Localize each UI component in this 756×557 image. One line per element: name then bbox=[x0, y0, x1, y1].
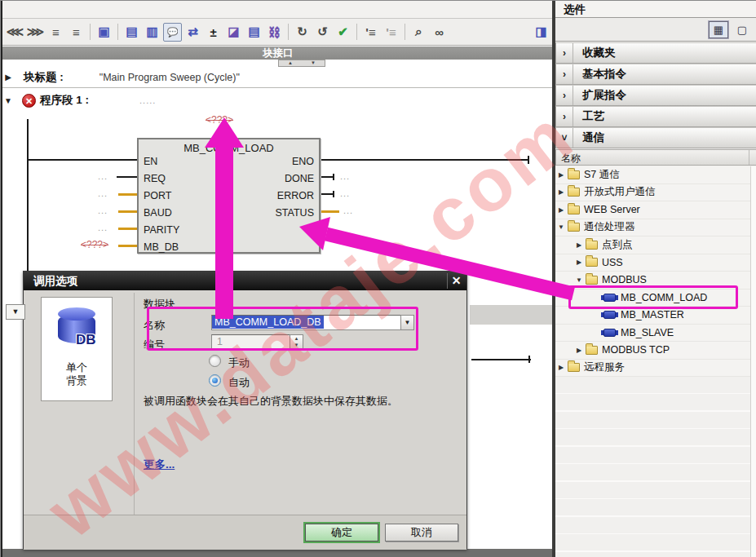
editor-layout-icon[interactable]: ◨ bbox=[532, 23, 550, 42]
palette-section-通信[interactable]: ˅通信 bbox=[555, 127, 756, 148]
tree-item-开放式用户通信[interactable]: ▶开放式用户通信 bbox=[555, 184, 756, 202]
block-name[interactable]: MB_COMM_LOAD bbox=[139, 142, 319, 154]
tree-item-USS[interactable]: ▶USS bbox=[555, 254, 756, 272]
palette-section-工艺[interactable]: ›工艺 bbox=[555, 106, 756, 127]
comment-icon[interactable]: 💬 bbox=[163, 23, 182, 42]
tree-item-MODBUS[interactable]: ▼MODBUS bbox=[555, 272, 756, 290]
palette-section-收藏夹[interactable]: ›收藏夹 bbox=[555, 42, 756, 64]
absolute-operands-icon[interactable]: '≡ bbox=[361, 23, 380, 42]
symbolic-operands-icon[interactable]: '≡ bbox=[382, 23, 400, 42]
tree-expand-icon[interactable]: ▶ bbox=[557, 188, 565, 196]
open-branch-icon[interactable]: ⇄ bbox=[183, 23, 202, 42]
tree-collapse-icon[interactable]: ▼ bbox=[557, 223, 565, 231]
name-column-header[interactable]: 名称 bbox=[555, 149, 756, 166]
close-all-networks-icon[interactable]: ⋙ bbox=[26, 23, 45, 42]
collapse-arrow-icon[interactable]: ▼ bbox=[2, 96, 14, 105]
tree-expand-icon[interactable]: ▶ bbox=[557, 206, 565, 214]
tree-item-WEB Server[interactable]: ▶WEB Server bbox=[555, 201, 756, 219]
ok-button[interactable]: 确定 bbox=[305, 524, 378, 542]
tree-collapse-icon[interactable]: ▼ bbox=[575, 276, 583, 284]
output-pin-STATUS[interactable]: STATUS bbox=[276, 207, 314, 219]
tree-item-点到点[interactable]: ▶点到点 bbox=[555, 237, 756, 254]
input-pin-REQ[interactable]: REQ bbox=[144, 173, 166, 184]
input-pin-PARITY[interactable]: PARITY bbox=[144, 224, 179, 236]
tree-expand-icon[interactable]: ▶ bbox=[575, 241, 583, 249]
tree-item-MODBUS TCP[interactable]: ▶MODBUS TCP bbox=[555, 342, 756, 360]
close-icon[interactable]: ✕ bbox=[447, 273, 465, 289]
open-all-networks-icon[interactable]: ⋘ bbox=[6, 23, 24, 42]
undo-icon[interactable]: ↺ bbox=[313, 23, 332, 42]
close-branch-icon[interactable]: ◪ bbox=[224, 23, 243, 42]
input-pin-PORT[interactable]: PORT bbox=[144, 190, 172, 201]
palette-section-扩展指令[interactable]: ›扩展指令 bbox=[555, 85, 756, 106]
block-title-value[interactable]: "Main Program Sweep (Cycle)" bbox=[99, 72, 240, 83]
empty-box-icon[interactable]: ▥ bbox=[143, 23, 161, 42]
ladder-network-icon[interactable]: ▤ bbox=[122, 23, 141, 42]
find-replace-icon[interactable]: ⌕ bbox=[409, 23, 428, 42]
tree-expand-icon[interactable]: ▶ bbox=[557, 171, 565, 179]
output-pin-ENO[interactable]: ENO bbox=[292, 156, 314, 167]
manual-radio-label[interactable]: 手动 bbox=[228, 356, 250, 370]
input-pin-BAUD[interactable]: BAUD bbox=[144, 207, 172, 219]
port-operand-placeholder[interactable]: ... bbox=[98, 188, 108, 198]
chevron-right-icon[interactable]: › bbox=[556, 86, 573, 105]
redo-icon[interactable]: ↻ bbox=[293, 23, 312, 42]
manual-radio[interactable] bbox=[209, 355, 221, 367]
compile-icon[interactable]: ✔ bbox=[334, 23, 352, 42]
tree-expand-icon[interactable]: ▶ bbox=[575, 259, 583, 266]
number-input[interactable]: 1 bbox=[211, 334, 290, 350]
auto-radio-label[interactable]: 自动 bbox=[228, 375, 250, 390]
mbdb-operand-placeholder[interactable]: <???> bbox=[81, 239, 108, 250]
chevron-down-icon[interactable]: ˅ bbox=[556, 128, 573, 148]
plus-minus-icon[interactable]: ± bbox=[204, 23, 223, 42]
tree-expand-icon[interactable]: ▶ bbox=[575, 347, 583, 354]
expand-arrow-icon[interactable]: ▶ bbox=[2, 73, 14, 82]
tree-item-通信处理器[interactable]: ▼通信处理器 bbox=[555, 219, 756, 237]
done-operand-placeholder[interactable]: ... bbox=[340, 171, 350, 181]
auto-radio[interactable] bbox=[209, 374, 221, 387]
number-spinner[interactable]: ▲▼ bbox=[290, 334, 303, 350]
insert-row-icon[interactable]: ▤ bbox=[245, 23, 263, 42]
network-label[interactable]: 程序段 1 : bbox=[40, 93, 89, 108]
interface-collapse-handle[interactable]: ▲▼ bbox=[278, 60, 325, 67]
tree-item-远程服务[interactable]: ▶远程服务 bbox=[555, 360, 756, 378]
cancel-button[interactable]: 取消 bbox=[385, 524, 458, 542]
chevron-right-icon[interactable]: › bbox=[556, 107, 573, 126]
parity-operand-placeholder[interactable]: ... bbox=[98, 223, 108, 232]
baud-operand-placeholder[interactable]: ... bbox=[98, 206, 108, 215]
favorites-block-icon[interactable]: ▣ bbox=[95, 23, 113, 42]
network-collapse-dropdown[interactable]: ▼ bbox=[6, 304, 25, 320]
chevron-right-icon[interactable]: › bbox=[556, 64, 573, 84]
tree-item-MB_COMM_LOAD[interactable]: MB_COMM_LOAD bbox=[555, 290, 756, 307]
mb-comm-load-block[interactable]: MB_COMM_LOAD ENREQPORTBAUDPARITYMB_DB EN… bbox=[137, 138, 321, 254]
collapse-down-icon[interactable]: ▼ bbox=[311, 60, 316, 66]
tree-item-MB_MASTER[interactable]: MB_MASTER bbox=[555, 307, 756, 325]
status-operand-placeholder[interactable]: ... bbox=[343, 206, 353, 215]
palette-section-基本指令[interactable]: ›基本指令 bbox=[555, 64, 756, 85]
tree-expand-icon[interactable]: ▶ bbox=[557, 364, 565, 371]
input-pin-EN[interactable]: EN bbox=[144, 156, 157, 167]
input-pin-MB_DB[interactable]: MB_DB bbox=[144, 241, 179, 253]
float-palette-view-icon[interactable]: ▦ bbox=[709, 21, 728, 38]
delete-network-icon[interactable]: ≡ bbox=[67, 23, 86, 42]
panel-scrollbar[interactable] bbox=[750, 166, 756, 557]
collapse-up-icon[interactable]: ▲ bbox=[288, 60, 293, 66]
output-pin-ERROR[interactable]: ERROR bbox=[277, 190, 314, 201]
network-comment[interactable]: ..... bbox=[139, 95, 156, 105]
insert-network-icon[interactable]: ≡ bbox=[46, 23, 65, 42]
more-link[interactable]: 更多... bbox=[144, 458, 175, 472]
update-block-call-icon[interactable]: ⛓ bbox=[265, 23, 284, 42]
req-operand-placeholder[interactable]: ... bbox=[98, 171, 108, 181]
window-view-icon[interactable]: ▢ bbox=[732, 21, 752, 38]
tree-item-S7 通信[interactable]: ▶S7 通信 bbox=[555, 166, 756, 184]
instance-db-placeholder[interactable]: <???> bbox=[206, 114, 233, 126]
name-input[interactable]: MB_COMM_LOAD_DB bbox=[211, 315, 401, 330]
error-operand-placeholder[interactable]: ... bbox=[340, 188, 350, 198]
block-interface-bar[interactable]: 块接口 bbox=[2, 46, 554, 60]
single-instance-icon-box[interactable]: DB 单个 背景 bbox=[41, 297, 113, 401]
chevron-right-icon[interactable]: › bbox=[556, 43, 573, 63]
name-dropdown-button[interactable]: ▼ bbox=[400, 315, 414, 330]
monitor-glasses-icon[interactable]: ∞ bbox=[430, 23, 449, 42]
tree-item-MB_SLAVE[interactable]: MB_SLAVE bbox=[555, 325, 756, 343]
output-pin-DONE[interactable]: DONE bbox=[285, 173, 314, 184]
